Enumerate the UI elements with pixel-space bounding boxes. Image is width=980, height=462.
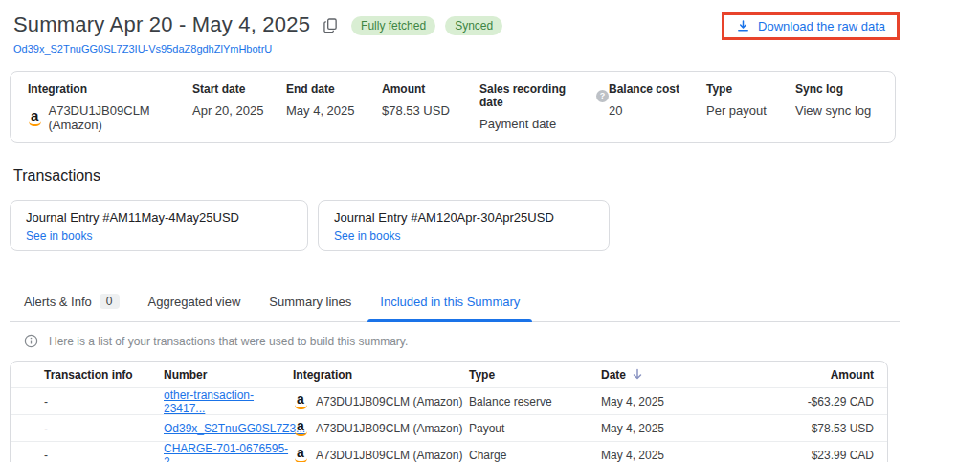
- tab-label: Summary lines: [269, 295, 351, 309]
- amount-value: $78.53 USD: [382, 103, 479, 118]
- alerts-count-badge: 0: [100, 294, 120, 309]
- cell-amount: $78.53 USD: [724, 422, 887, 435]
- info-banner: Here is a list of your transactions that…: [24, 334, 970, 348]
- cell-type: Payout: [469, 422, 601, 435]
- integration-summary-card: Integration a A73DU1JB09CLM (Amazon) Sta…: [10, 71, 896, 143]
- type-value: Per payout: [706, 103, 795, 118]
- amazon-icon: a: [293, 393, 308, 409]
- start-date-label: Start date: [192, 82, 286, 96]
- tab-label: Included in this Summary: [380, 295, 520, 309]
- tab-alerts-info[interactable]: Alerts & Info 0: [10, 286, 134, 321]
- cell-integration: A73DU1JB09CLM (Amazon): [316, 422, 462, 435]
- cell-type: Balance reserve: [469, 395, 601, 408]
- transaction-number-link[interactable]: CHARGE-701-0676595-2...: [164, 442, 288, 462]
- tab-aggregated-view[interactable]: Aggregated view: [134, 286, 256, 321]
- journal-entry-card: Journal Entry #AM11May-4May25USD See in …: [10, 200, 308, 251]
- summary-page: Summary Apr 20 - May 4, 2025 Fully fetch…: [0, 0, 980, 462]
- journal-entry-card: Journal Entry #AM120Apr-30Apr25USD See i…: [318, 200, 610, 251]
- cell-type: Charge: [469, 449, 601, 462]
- tab-bar: Alerts & Info 0 Aggregated view Summary …: [10, 286, 900, 322]
- tab-label: Aggregated view: [148, 295, 241, 309]
- view-sync-log-link[interactable]: View sync log: [795, 103, 891, 118]
- status-badges: Fully fetched Synced: [351, 16, 502, 35]
- status-badge-synced: Synced: [445, 16, 502, 35]
- help-icon[interactable]: ?: [596, 90, 609, 102]
- see-in-books-link[interactable]: See in books: [26, 230, 92, 243]
- page-title: Summary Apr 20 - May 4, 2025: [13, 12, 310, 37]
- amazon-icon: a: [293, 447, 308, 462]
- transactions-heading: Transactions: [13, 167, 970, 185]
- status-badge-fully-fetched: Fully fetched: [351, 16, 435, 35]
- cell-integration: A73DU1JB09CLM (Amazon): [316, 449, 462, 462]
- sales-recording-date-value: Payment date: [479, 117, 609, 131]
- transactions-table: Transaction info Number Integration Type…: [10, 361, 888, 462]
- sync-log-label: Sync log: [795, 82, 891, 96]
- info-banner-text: Here is a list of your transactions that…: [49, 335, 408, 348]
- sort-descending-icon[interactable]: [632, 368, 643, 381]
- cell-amount: -$63.29 CAD: [724, 395, 887, 408]
- integration-column-label: Integration: [28, 82, 192, 96]
- col-header-integration: Integration: [293, 368, 469, 382]
- start-date-value: Apr 20, 2025: [192, 103, 286, 118]
- col-header-transaction-info: Transaction info: [11, 368, 164, 382]
- integration-value: A73DU1JB09CLM (Amazon): [48, 103, 192, 132]
- table-row: - CHARGE-701-0676595-2... a A73DU1JB09CL…: [11, 442, 887, 462]
- cell-transaction-info: -: [11, 422, 164, 435]
- download-raw-data-button[interactable]: Download the raw data: [722, 12, 900, 40]
- cell-transaction-info: -: [11, 395, 164, 408]
- transaction-number-link[interactable]: other-transaction-23417...: [164, 388, 254, 415]
- end-date-label: End date: [286, 82, 382, 96]
- col-header-date[interactable]: Date: [601, 368, 724, 382]
- tab-summary-lines[interactable]: Summary lines: [255, 286, 366, 321]
- amount-label: Amount: [382, 82, 479, 96]
- see-in-books-link[interactable]: See in books: [334, 230, 400, 243]
- cell-date: May 4, 2025: [601, 449, 724, 462]
- info-icon: [24, 334, 38, 348]
- transaction-number-link[interactable]: Od39x_S2TnuGG0SL7Z3...: [164, 422, 305, 435]
- table-header-row: Transaction info Number Integration Type…: [11, 362, 887, 388]
- date-header-label: Date: [601, 368, 626, 382]
- journal-entry-title: Journal Entry #AM120Apr-30Apr25USD: [334, 210, 593, 225]
- copy-icon[interactable]: [323, 18, 338, 33]
- tab-label: Alerts & Info: [24, 295, 92, 309]
- cell-transaction-info: -: [11, 449, 164, 462]
- cell-date: May 4, 2025: [601, 395, 724, 408]
- cell-integration: A73DU1JB09CLM (Amazon): [316, 395, 462, 408]
- sales-recording-date-label: Sales recording date: [479, 82, 591, 109]
- summary-id-link[interactable]: Od39x_S2TnuGG0SL7Z3IU-Vs95daZ8gdhZlYmHbo…: [13, 43, 272, 55]
- col-header-amount: Amount: [724, 368, 887, 382]
- cell-date: May 4, 2025: [601, 422, 724, 435]
- amazon-icon: a: [28, 109, 41, 126]
- download-button-label: Download the raw data: [758, 19, 885, 33]
- journal-cards: Journal Entry #AM11May-4May25USD See in …: [10, 200, 970, 251]
- download-icon: [736, 19, 750, 33]
- amazon-icon: a: [293, 420, 308, 436]
- cell-amount: $23.99 CAD: [724, 449, 887, 462]
- col-header-number: Number: [164, 368, 293, 382]
- col-header-type: Type: [469, 368, 601, 382]
- type-label: Type: [706, 82, 795, 96]
- balance-cost-label: Balance cost: [609, 82, 706, 96]
- end-date-value: May 4, 2025: [286, 103, 382, 118]
- tab-included-in-this-summary[interactable]: Included in this Summary: [366, 286, 534, 321]
- page-header: Summary Apr 20 - May 4, 2025 Fully fetch…: [10, 0, 970, 56]
- balance-cost-value: 20: [609, 103, 706, 118]
- table-row: - other-transaction-23417... a A73DU1JB0…: [11, 388, 887, 415]
- journal-entry-title: Journal Entry #AM11May-4May25USD: [26, 210, 292, 225]
- table-row: - Od39x_S2TnuGG0SL7Z3... a A73DU1JB09CLM…: [11, 415, 887, 442]
